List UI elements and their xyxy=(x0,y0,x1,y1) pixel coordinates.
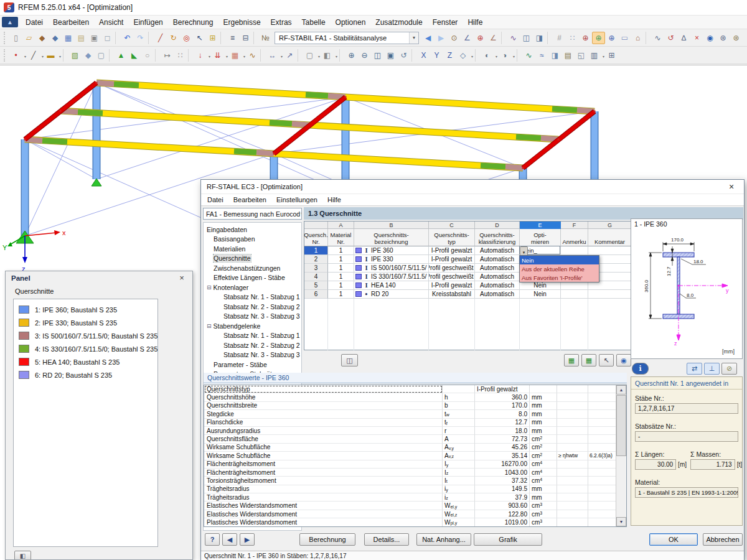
value-row[interactable]: Querschnittstyp I-Profil gewalzt xyxy=(204,385,616,393)
sep[interactable] xyxy=(475,49,479,62)
zoom-out[interactable]: ⊖ xyxy=(358,49,371,62)
clipboard[interactable]: ▤ xyxy=(75,32,88,44)
tree-item[interactable]: Querschnitte xyxy=(204,254,301,264)
members-field[interactable]: 1,2,7,8,16,17 xyxy=(635,403,738,414)
visibility-mode[interactable]: ⌂ xyxy=(631,32,644,44)
classification-cell[interactable]: Automatisch xyxy=(475,255,520,264)
line-support[interactable]: ◣ xyxy=(128,49,141,62)
new-file[interactable]: ▯ xyxy=(9,32,22,44)
classification-cell[interactable]: Automatisch xyxy=(475,264,520,273)
nav-forward[interactable]: ▶ xyxy=(435,32,448,44)
tree-item[interactable]: Parameter - Stäbe xyxy=(204,360,301,370)
tree-item[interactable]: Effektive Längen - Stäbe xyxy=(204,273,301,283)
member-hinge[interactable]: ○ xyxy=(141,49,154,62)
value-row[interactable]: Flächenträgheitsmoment Iz 1043.00 cm4 xyxy=(204,469,616,477)
column-letter[interactable]: C xyxy=(429,222,475,229)
section-name-cell[interactable]: I HEA 140 xyxy=(354,281,429,290)
berechnung-button[interactable]: Berechnung xyxy=(299,533,355,546)
lasso-select[interactable]: ∿ xyxy=(651,32,664,44)
scroll-up-icon[interactable]: ▲ xyxy=(616,385,626,394)
undo[interactable]: ↶ xyxy=(121,32,134,44)
orbit[interactable]: ↻ xyxy=(167,32,180,44)
sep[interactable] xyxy=(63,49,67,62)
nav-back[interactable]: ◀ xyxy=(421,32,435,44)
optimize-cell[interactable]: Nein xyxy=(520,290,561,299)
zoom-window[interactable]: ◫ xyxy=(371,49,384,62)
legend-item[interactable]: 6: RD 20; Baustahl S 235 xyxy=(14,368,157,381)
dimension-2[interactable]: ∠ xyxy=(487,32,500,44)
member-sets-field[interactable]: - xyxy=(635,431,738,442)
import-table-button[interactable]: ▦ xyxy=(564,354,579,366)
display-rendering[interactable]: ◑ xyxy=(498,49,511,62)
note-cell[interactable] xyxy=(561,246,588,255)
abbrechen-button[interactable]: Abbrechen xyxy=(703,533,743,546)
tree-item[interactable]: Stabsatz Nr. 3 - Stabzug 3 xyxy=(204,312,301,322)
pick-section-button[interactable]: ↖ xyxy=(599,354,614,366)
rotate-view[interactable]: ↺ xyxy=(664,32,677,44)
toolbar-grip[interactable] xyxy=(4,32,7,44)
legend-item[interactable]: 4: IS 330/160/7.5/11.5/0; Baustahl S 235 xyxy=(14,342,157,355)
value-row[interactable]: Flächenträgheitsmoment Iy 16270.00 cm4 xyxy=(204,460,616,469)
view-isometric[interactable]: ◇ xyxy=(456,49,469,62)
show-values[interactable]: ⊙ xyxy=(448,32,461,44)
window-tile[interactable]: ◨ xyxy=(533,32,546,44)
column-letter[interactable] xyxy=(304,222,328,229)
tree-item[interactable]: Basisangaben xyxy=(204,235,301,245)
redo[interactable]: ↷ xyxy=(134,32,147,44)
section-name-cell[interactable]: I IS 330/160/7.5/11.5/ xyxy=(354,273,429,281)
sep[interactable] xyxy=(547,32,552,44)
area-load[interactable]: ▦ xyxy=(228,49,242,62)
sep[interactable] xyxy=(501,32,505,44)
info[interactable]: ◉ xyxy=(703,32,716,44)
value-row[interactable]: Flanschdicke tf 12.7 mm xyxy=(204,419,616,427)
open-file[interactable]: ▱ xyxy=(22,32,35,44)
tree-item[interactable]: Stabsatz Nr. 3 - Stabzug 3 xyxy=(204,350,301,360)
value-row[interactable]: Querschnittsfläche A 72.73 cm2 xyxy=(204,435,616,443)
optimize-cell[interactable]: Nein xyxy=(520,281,561,290)
value-row[interactable]: Torsionsträgheitsmoment It 37.32 cm4 xyxy=(204,477,616,485)
new-window[interactable]: ⊞ xyxy=(206,32,219,44)
member-eccentricity[interactable]: ↦ xyxy=(161,49,174,62)
design-case-combobox[interactable]: FA1 - Bemessung nach Eurocod ∨ xyxy=(203,208,302,220)
export-table-button[interactable]: ▦ xyxy=(581,354,596,366)
menu-item[interactable]: Einfügen xyxy=(128,17,167,28)
column-letter[interactable]: D xyxy=(475,222,520,229)
panel-toggle-button[interactable]: ◧ xyxy=(14,551,31,560)
row-number-cell[interactable]: 2 xyxy=(304,255,328,264)
material-cell[interactable]: 1 xyxy=(328,246,354,255)
help-button[interactable]: ? xyxy=(205,533,220,546)
table-row[interactable]: 1 1 I IPE 360 I-Profil gewalzt Automatis… xyxy=(304,246,632,255)
details-button[interactable]: Details... xyxy=(364,533,409,546)
section-type-cell[interactable]: I-Profil gewalzt xyxy=(429,281,475,290)
zoom-in[interactable]: ⊕ xyxy=(345,49,358,62)
imperfection[interactable]: ∿ xyxy=(246,49,259,62)
tree-item[interactable]: Stabendgelenke xyxy=(204,321,301,331)
dialog-menu-item[interactable]: Einstellungen xyxy=(271,195,322,204)
column-letter[interactable]: G xyxy=(588,222,632,229)
nodal-load[interactable]: ↓ xyxy=(194,49,207,62)
dialog-close-icon[interactable]: × xyxy=(725,182,738,192)
section-name-cell[interactable]: I IPE 330 xyxy=(354,255,429,264)
tree-item[interactable]: Zwischenabstützungen xyxy=(204,263,301,273)
new-opening[interactable]: ▢ xyxy=(95,49,108,62)
sep[interactable] xyxy=(188,49,192,62)
menu-item[interactable]: Tabelle xyxy=(297,17,331,28)
dropdown-option[interactable]: Nein xyxy=(520,256,599,264)
new-surface[interactable]: ▧ xyxy=(68,49,82,62)
classification-cell[interactable]: Automatisch xyxy=(475,246,520,255)
column-letter[interactable]: F xyxy=(561,222,588,229)
column-header[interactable]: Material Nr. xyxy=(328,229,354,246)
classification-cell[interactable]: Automatisch xyxy=(475,281,520,290)
dimension[interactable]: ↔ xyxy=(266,49,279,62)
menu-item[interactable]: Hilfe xyxy=(463,17,487,28)
value-row[interactable]: Elastisches Widerstandsmoment Wel,z 122.… xyxy=(204,510,616,518)
section-type-cell[interactable]: I-Profil geschweißt IS xyxy=(429,264,475,273)
menu-item[interactable]: Optionen xyxy=(331,17,371,28)
panel-close-icon[interactable]: × xyxy=(177,273,187,282)
member-division[interactable]: ∷ xyxy=(174,49,187,62)
sep[interactable] xyxy=(115,32,120,44)
scrollbar-thumb[interactable] xyxy=(616,395,626,456)
clipping-box[interactable]: ◱ xyxy=(575,49,588,62)
tree-item[interactable]: Stabsatz Nr. 1 - Stabzug 1 xyxy=(204,292,301,302)
delete[interactable]: × xyxy=(690,32,703,44)
